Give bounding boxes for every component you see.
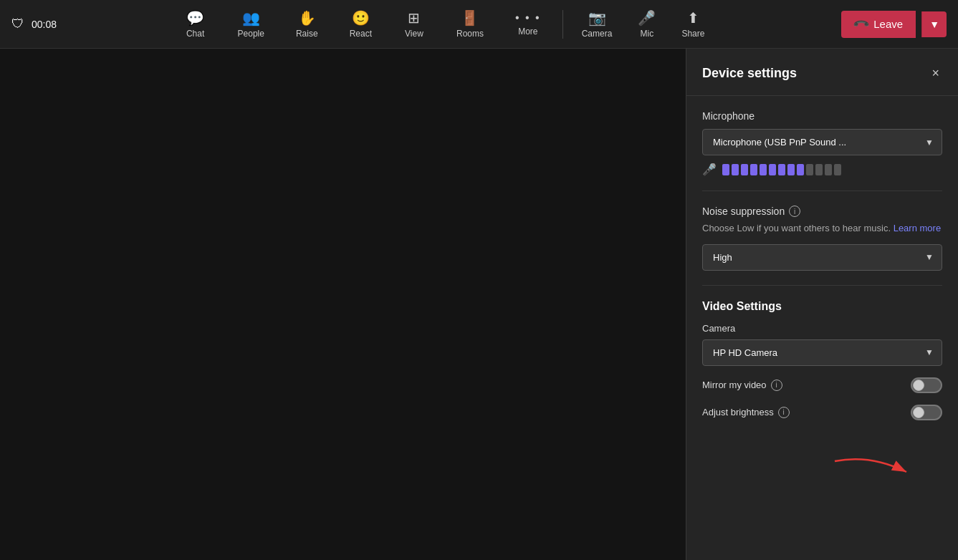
mic-icon: 🎤: [638, 9, 656, 26]
chat-icon: 💬: [186, 9, 204, 26]
topbar: 🛡 00:08 💬 Chat 👥 People ✋ Raise 🙂 React …: [0, 0, 958, 49]
mic-label: Mic: [641, 29, 654, 39]
noise-suppression-info-icon[interactable]: i: [789, 206, 800, 217]
level-bar-3: [750, 164, 757, 175]
close-panel-button[interactable]: ×: [929, 63, 942, 84]
people-label: People: [238, 29, 264, 39]
level-bar-6: [778, 164, 785, 175]
nav-react[interactable]: 🙂 React: [335, 5, 386, 43]
adjust-brightness-info-icon[interactable]: i: [778, 407, 790, 418]
adjust-brightness-toggle[interactable]: [911, 405, 942, 420]
more-icon: • • •: [515, 11, 541, 24]
view-icon: ⊞: [408, 9, 420, 26]
nav-divider: [562, 10, 563, 39]
microphone-section-label: Microphone: [702, 110, 942, 122]
mirror-video-info-icon[interactable]: i: [771, 380, 782, 391]
leave-button[interactable]: 📞 Leave: [841, 11, 916, 38]
level-bar-10: [815, 164, 823, 175]
nav-rooms[interactable]: 🚪 Rooms: [442, 5, 498, 43]
rooms-icon: 🚪: [461, 9, 479, 26]
noise-suppression-section: Noise suppression i Choose Low if you wa…: [702, 206, 942, 271]
raise-icon: ✋: [298, 9, 316, 26]
adjust-brightness-toggle-thumb: [913, 407, 924, 418]
camera-icon: 📷: [588, 9, 606, 26]
section-divider-2: [702, 285, 942, 286]
camera-dropdown-wrapper: HP HD Camera ▼: [702, 339, 942, 366]
level-bar-1: [732, 164, 739, 175]
microphone-level-icon: 🎤: [702, 163, 717, 176]
topbar-center: 💬 Chat 👥 People ✋ Raise 🙂 React ⊞ View 🚪…: [97, 5, 789, 43]
nav-more[interactable]: • • • More: [501, 7, 555, 41]
mirror-video-toggle-track: [911, 377, 942, 393]
adjust-brightness-label-row: Adjust brightness i: [702, 407, 790, 418]
device-settings-panel: Device settings × Microphone Microphone …: [686, 49, 958, 560]
microphone-section: Microphone Microphone (USB PnP Sound ...…: [702, 110, 942, 176]
leave-dropdown-button[interactable]: ▼: [921, 11, 947, 37]
raise-label: Raise: [296, 29, 318, 39]
panel-body: Microphone Microphone (USB PnP Sound ...…: [686, 96, 958, 560]
adjust-brightness-row: Adjust brightness i: [702, 405, 942, 420]
nav-people[interactable]: 👥 People: [224, 5, 279, 43]
noise-suppression-dropdown-wrapper: High Auto Low Off ▼: [702, 244, 942, 271]
more-label: More: [518, 26, 537, 37]
microphone-select[interactable]: Microphone (USB PnP Sound ...: [702, 129, 942, 155]
microphone-level-bars: [722, 164, 841, 175]
nav-mic[interactable]: 🎤 Mic: [626, 5, 667, 43]
camera-select[interactable]: HP HD Camera: [702, 339, 942, 366]
mirror-video-row: Mirror my video i: [702, 377, 942, 393]
noise-suppression-select[interactable]: High Auto Low Off: [702, 244, 942, 271]
nav-camera[interactable]: 📷 Camera: [570, 5, 624, 43]
learn-more-link[interactable]: Learn more: [894, 223, 941, 233]
video-settings-title: Video Settings: [702, 300, 942, 313]
rooms-label: Rooms: [456, 29, 484, 39]
adjust-brightness-toggle-track: [911, 405, 942, 420]
level-bar-0: [722, 164, 729, 175]
adjust-brightness-label: Adjust brightness: [702, 407, 774, 417]
mic-level-row: 🎤: [702, 163, 942, 176]
main-content: Device settings × Microphone Microphone …: [0, 49, 958, 560]
level-bar-12: [834, 164, 841, 175]
leave-phone-icon: 📞: [852, 14, 871, 33]
nav-share[interactable]: ⬆ Share: [670, 5, 716, 43]
camera-label: Camera: [582, 29, 613, 39]
noise-suppression-title: Noise suppression: [702, 206, 785, 217]
level-bar-9: [806, 164, 813, 175]
topbar-left: 🛡 00:08: [11, 16, 97, 32]
view-label: View: [405, 29, 423, 39]
nav-raise[interactable]: ✋ Raise: [282, 5, 332, 43]
share-label: Share: [681, 29, 704, 39]
panel-title: Device settings: [702, 66, 797, 81]
level-bar-5: [769, 164, 776, 175]
share-icon: ⬆: [687, 9, 699, 26]
people-icon: 👥: [242, 9, 260, 26]
react-label: React: [350, 29, 372, 39]
mirror-video-label: Mirror my video: [702, 380, 767, 390]
section-divider-1: [702, 190, 942, 191]
mirror-video-label-row: Mirror my video i: [702, 380, 782, 391]
camera-section-label: Camera: [702, 323, 942, 334]
level-bar-2: [741, 164, 748, 175]
level-bar-11: [825, 164, 832, 175]
shield-icon: 🛡: [11, 16, 24, 32]
topbar-right: 📞 Leave ▼: [789, 11, 947, 38]
chevron-down-icon: ▼: [929, 19, 939, 30]
nav-chat[interactable]: 💬 Chat: [171, 5, 221, 43]
noise-title-row: Noise suppression i: [702, 206, 942, 217]
noise-suppression-desc: Choose Low if you want others to hear mu…: [702, 221, 942, 236]
level-bar-8: [797, 164, 804, 175]
mirror-video-toggle[interactable]: [911, 377, 942, 393]
react-icon: 🙂: [352, 9, 370, 26]
level-bar-7: [787, 164, 795, 175]
mirror-video-toggle-thumb: [913, 380, 924, 391]
chat-label: Chat: [186, 29, 204, 39]
panel-header: Device settings ×: [686, 49, 958, 96]
nav-view[interactable]: ⊞ View: [389, 5, 439, 43]
leave-label: Leave: [873, 18, 903, 30]
microphone-dropdown-wrapper: Microphone (USB PnP Sound ... ▼: [702, 129, 942, 155]
video-settings-section: Video Settings Camera HP HD Camera ▼ Mir…: [702, 300, 942, 420]
call-timer: 00:08: [32, 19, 57, 30]
level-bar-4: [760, 164, 767, 175]
